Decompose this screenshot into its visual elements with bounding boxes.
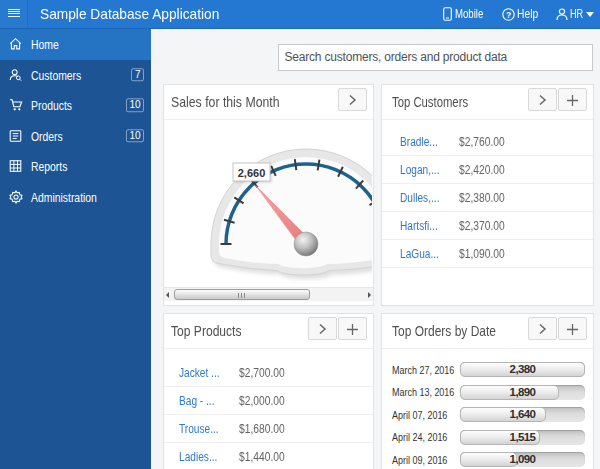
svg-text:2,660: 2,660 <box>238 167 266 179</box>
svg-text:?: ? <box>506 10 511 20</box>
